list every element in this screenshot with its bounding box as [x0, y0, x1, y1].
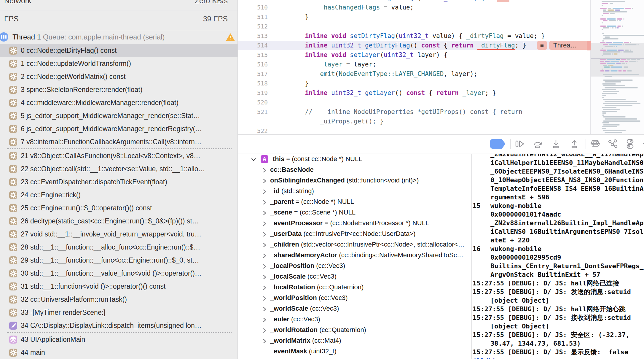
continue-button[interactable]	[514, 139, 526, 149]
debug-console[interactable]: _ZN2v88internal12_GLOBAL__N_117HandleApi…	[471, 154, 644, 359]
variable-row[interactable]: _worldPosition (cc::Vec3)	[238, 293, 471, 304]
minimap-bar	[615, 9, 620, 11]
stack-frame[interactable]: 31 std::__1::function<void ()>::operator…	[0, 280, 237, 293]
stack-frame[interactable]: 26 decltype(static_cast<cc::Engine::run(…	[0, 215, 237, 228]
thread-annotation-menu-icon[interactable]: ≡	[537, 41, 547, 50]
editor-minimap[interactable]	[590, 0, 644, 134]
variable-row[interactable]: _parent = (cc::Node *) NULL	[238, 197, 471, 207]
variable-row[interactable]: _localRotation (cc::Quaternion)	[238, 282, 471, 293]
variable-row[interactable]: _worldMatrix (cc::Mat4)	[238, 336, 471, 346]
chevron-right-icon[interactable]	[262, 285, 267, 290]
variable-row[interactable]: _children (std::vector<cc::IntrusivePtr<…	[238, 239, 471, 250]
variable-row[interactable]: _userData (cc::IntrusivePtr<cc::Node::Us…	[238, 229, 471, 239]
stack-frame[interactable]: 30 std::__1::__function::__value_func<vo…	[0, 267, 237, 280]
stack-frame[interactable]: 28 std::__1::__function::__alloc_func<cc…	[0, 241, 237, 254]
variable-row[interactable]: _localScale (cc::Vec3)	[238, 271, 471, 282]
chevron-right-icon[interactable]	[262, 210, 267, 215]
variable-row[interactable]: _eventMask (uint32_t)	[238, 346, 471, 357]
stack-frame[interactable]: 0 cc::Node::getDirtyFlag() const	[0, 44, 237, 57]
line-number[interactable]: 516	[238, 60, 268, 69]
chevron-right-icon[interactable]	[262, 188, 267, 194]
stack-frame[interactable]: 21 v8::Object::CallAsFunction(v8::Local<…	[0, 149, 237, 162]
step-over-button[interactable]	[532, 139, 544, 149]
stack-frame[interactable]: 27 void std::__1::__invoke_void_return_w…	[0, 228, 237, 241]
line-number[interactable]: 520	[238, 98, 268, 107]
stack-frame[interactable]: 23 cc::EventDispatcher::dispatchTickEven…	[0, 175, 237, 188]
console-line: iCallENS0_16BuiltinArgumentsEPNS0_7Isol	[473, 227, 644, 236]
line-number[interactable]: 512	[238, 22, 268, 31]
chevron-right-icon[interactable]	[262, 338, 267, 343]
simulate-location-button[interactable]	[641, 139, 644, 149]
stack-frame[interactable]: 4 cc::middleware::MiddlewareManager::ren…	[0, 96, 237, 109]
stack-frame[interactable]: 6 js_editor_support_MiddlewareManager_re…	[0, 122, 237, 135]
frame-label: 4 cc::middleware::MiddlewareManager::ren…	[21, 99, 178, 107]
breakpoints-toggle-button[interactable]	[490, 139, 506, 149]
stack-frame[interactable]: 2 cc::Node::getWorldMatrix() const	[0, 70, 237, 83]
chevron-right-icon[interactable]	[262, 327, 267, 333]
thread-paused-icon	[0, 32, 8, 42]
line-number[interactable]: 519	[238, 88, 268, 98]
chevron-down-icon[interactable]	[251, 156, 256, 162]
variable-row[interactable]: _id (std::string)	[238, 186, 471, 197]
thread-annotation-badge[interactable]: Threa…	[549, 41, 590, 50]
chevron-right-icon[interactable]	[262, 242, 267, 247]
line-number[interactable]: 514	[238, 41, 268, 50]
line-number[interactable]: 522	[238, 126, 268, 134]
chevron-right-icon[interactable]	[262, 317, 267, 322]
variable-text: _eventProcessor = (cc::NodeEventProcesso…	[270, 219, 429, 227]
line-number[interactable]: 517	[238, 69, 268, 79]
line-number[interactable]: 511	[238, 12, 268, 22]
thread-1-row[interactable]: Thread 1 Queue: com.apple.main-thread (s…	[0, 30, 238, 44]
stack-frame[interactable]: 33 -[MyTimer renderScene:]	[0, 306, 237, 319]
chevron-right-icon[interactable]	[262, 178, 267, 183]
stack-frame[interactable]: 5 js_editor_support_MiddlewareManager_re…	[0, 109, 237, 122]
stack-frame[interactable]: 43 UIApplicationMain	[0, 333, 237, 346]
chevron-right-icon[interactable]	[262, 306, 267, 311]
variable-row[interactable]: _scene = (cc::Scene *) NULL	[238, 207, 471, 218]
chevron-right-icon[interactable]	[262, 199, 267, 204]
fps-gauge-label[interactable]: FPS	[4, 15, 19, 23]
stack-frame[interactable]: 24 cc::Engine::tick()	[0, 188, 237, 201]
line-number[interactable]: 513	[238, 31, 268, 41]
variable-row[interactable]: _sharedMemoryActor (cc::bindings::Native…	[238, 250, 471, 261]
chevron-right-icon[interactable]	[262, 263, 267, 269]
source-editor[interactable]: inline void setHasChangedFlags(uint32_t …	[238, 0, 590, 134]
stack-frame[interactable]: 3 spine::SkeletonRenderer::render(float)	[0, 83, 237, 96]
stack-frame[interactable]: 1 cc::Node::updateWorldTransform()	[0, 57, 237, 70]
stack-frame[interactable]: 7 v8::internal::FunctionCallbackArgument…	[0, 135, 237, 148]
chevron-right-icon[interactable]	[262, 274, 267, 279]
variable-row[interactable]: _worldRotation (cc::Quaternion)	[238, 325, 471, 336]
stack-frame[interactable]: 22 se::Object::call(std::__1::vector<se:…	[0, 162, 237, 175]
variable-row[interactable]: _eventProcessor = (cc::NodeEventProcesso…	[238, 218, 471, 229]
stack-frame[interactable]: 34 CA::Display::DisplayLink::dispatch_it…	[0, 319, 237, 332]
step-over-icon	[532, 139, 544, 149]
chevron-right-icon[interactable]	[262, 231, 267, 236]
variable-row[interactable]: _euler (cc::Vec3)	[238, 314, 471, 325]
view-hierarchy-button[interactable]	[589, 139, 602, 149]
stack-frame[interactable]: 29 std::__1::__function::__func<cc::Engi…	[0, 254, 237, 267]
variable-row[interactable]: _worldScale (cc::Vec3)	[238, 304, 471, 314]
step-into-button[interactable]	[551, 139, 561, 149]
stack-frame[interactable]: 32 cc::UniversalPlatform::runTask()	[0, 293, 237, 306]
minimap-bar	[605, 76, 612, 77]
minimap-bar	[600, 18, 606, 20]
chevron-right-icon[interactable]	[262, 295, 267, 301]
memory-graph-button[interactable]	[607, 139, 619, 149]
line-number[interactable]: 510	[238, 3, 268, 12]
line-number[interactable]: 521	[238, 107, 268, 117]
variable-row[interactable]: onSiblingIndexChanged (std::function<voi…	[238, 175, 471, 186]
step-out-button[interactable]	[569, 139, 580, 149]
network-gauge-label[interactable]: Network	[4, 0, 31, 5]
chevron-right-icon[interactable]	[262, 252, 267, 258]
minimap-bar	[602, 69, 603, 70]
variable-row[interactable]: Athis = (const cc::Node *) NULL	[238, 154, 471, 165]
stack-frame[interactable]: 44 main	[0, 346, 237, 359]
chevron-right-icon[interactable]	[262, 167, 267, 172]
line-number[interactable]: 515	[238, 50, 268, 60]
stack-frame[interactable]: 25 cc::Engine::run()::$_0::operator()() …	[0, 201, 237, 215]
line-number[interactable]: 518	[238, 79, 268, 88]
chevron-right-icon[interactable]	[262, 220, 267, 226]
environment-overrides-button[interactable]	[625, 138, 635, 150]
variable-row[interactable]: _localPosition (cc::Vec3)	[238, 261, 471, 271]
variable-row[interactable]: cc::BaseNode	[238, 165, 471, 175]
